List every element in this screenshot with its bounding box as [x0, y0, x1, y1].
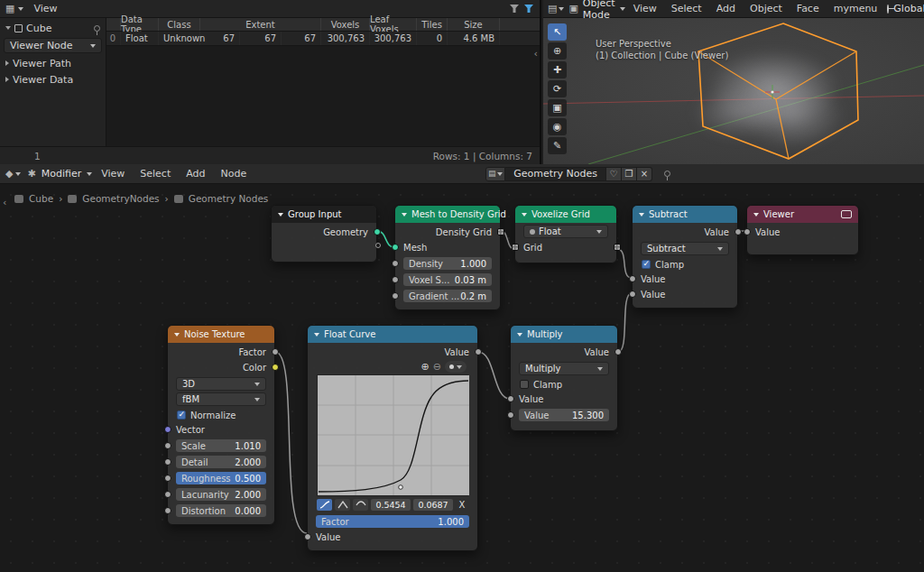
socket-distortion-input[interactable] [164, 507, 171, 514]
tool-select-box[interactable]: ↖ [548, 23, 567, 41]
density-field[interactable]: Density 1.000 [403, 257, 492, 270]
copy-node-group-icon[interactable]: ❐ [622, 167, 637, 181]
node-mesh-to-density-grid[interactable]: Mesh to Density Grid Density Grid Mesh D… [394, 205, 501, 310]
voxel-size-field[interactable]: Voxel S... 0.03 m [403, 273, 492, 286]
col-size[interactable]: Size [448, 18, 500, 31]
chevron-down-icon[interactable] [522, 213, 527, 217]
delete-point-button[interactable]: X [456, 500, 468, 510]
socket-value2-input[interactable] [629, 291, 636, 298]
dimensions-dropdown[interactable]: 3D [176, 377, 266, 391]
socket-value-input[interactable] [304, 533, 311, 540]
node-noise-texture[interactable]: Noise Texture Factor Color 3D fBM Normal… [167, 325, 275, 525]
socket-roughness-input[interactable] [164, 475, 171, 482]
filter-icon[interactable] [509, 4, 520, 14]
node-group-input[interactable]: Group Input Geometry [271, 205, 377, 263]
node-header[interactable]: Voxelize Grid [515, 206, 616, 223]
menu-face[interactable]: Face [790, 3, 826, 14]
node-group-name[interactable]: Geometry Nodes [505, 167, 606, 181]
col-class[interactable]: Class [159, 18, 200, 31]
pin-icon[interactable] [664, 171, 670, 177]
menu-object[interactable]: Object [744, 3, 789, 14]
fake-user-heart-icon[interactable]: ♡ [606, 167, 622, 181]
breadcrumb-tree[interactable]: Geometry Nodes [189, 193, 269, 204]
editor-type-chevron-icon[interactable] [18, 7, 23, 11]
chevron-down-icon[interactable] [87, 172, 92, 176]
menu-view[interactable]: View [627, 3, 663, 14]
editor-type-chevron-icon[interactable] [559, 7, 564, 11]
viewport-editor-icon[interactable]: ▤ [548, 4, 557, 14]
orientation-dropdown[interactable]: Global [891, 3, 924, 14]
browse-node-group-button[interactable]: ▤ [485, 167, 505, 181]
socket-value1-input[interactable] [507, 395, 514, 402]
menu-view[interactable]: View [95, 168, 131, 180]
operation-dropdown[interactable]: Multiply [519, 362, 609, 375]
socket-value-output[interactable] [614, 348, 622, 355]
tool-move[interactable]: ✚ [548, 61, 567, 78]
socket-value2-input[interactable] [507, 411, 514, 419]
socket-mesh-input[interactable] [392, 244, 399, 251]
sidebar-item-viewer-path[interactable]: Viewer Path [0, 55, 106, 71]
node-header[interactable]: Subtract [633, 206, 737, 223]
sidebar-item-viewer-data[interactable]: Viewer Data [0, 71, 106, 88]
tool-cursor[interactable]: ⊕ [548, 42, 567, 60]
menu-select[interactable]: Select [665, 3, 708, 14]
handle-free-icon[interactable] [353, 499, 368, 511]
node-canvas[interactable]: ‹ Cube › GeometryNodes › Geometry Nodes … [0, 184, 924, 572]
node-viewer[interactable]: Viewer Value [746, 205, 859, 255]
noise-type-dropdown[interactable]: fBM [176, 392, 266, 406]
chevron-down-icon[interactable] [278, 213, 283, 217]
point-x-field[interactable]: 0.5454 [371, 499, 411, 511]
clamp-checkbox[interactable] [642, 260, 651, 269]
node-subtract[interactable]: Subtract Value Subtract Clamp Value Valu… [632, 205, 738, 309]
menu-node[interactable]: Node [215, 168, 254, 180]
node-header[interactable]: Viewer [747, 206, 858, 223]
chevron-down-icon[interactable] [5, 26, 11, 30]
socket-vector-input[interactable] [164, 426, 171, 433]
filter-active-icon[interactable] [523, 4, 534, 14]
viewport-3d[interactable]: ▤ ▣ Object Mode View Select Add Object F… [543, 0, 924, 164]
socket-lacunarity-input[interactable] [164, 491, 171, 498]
col-voxels[interactable]: Voxels [321, 18, 370, 31]
menu-view[interactable]: View [27, 3, 63, 14]
socket-factor-output[interactable] [272, 348, 279, 355]
chevron-down-icon[interactable] [753, 213, 759, 217]
node-header[interactable]: Multiply [511, 326, 617, 343]
node-float-curve[interactable]: Float Curve Value ⊕ ⊖ [307, 325, 478, 551]
socket-value-input[interactable] [744, 228, 751, 235]
socket-virtual-output[interactable] [375, 243, 381, 248]
curve-graph[interactable] [317, 374, 468, 496]
curve-options-button[interactable] [445, 361, 467, 373]
pin-icon[interactable] [94, 25, 100, 32]
roughness-field[interactable]: Roughness 0.500 [176, 472, 266, 484]
node-header[interactable]: Float Curve [308, 326, 477, 343]
point-y-field[interactable]: 0.0687 [413, 499, 453, 511]
chevron-down-icon[interactable] [639, 213, 644, 217]
socket-value-output[interactable] [475, 348, 482, 355]
viewport-canvas[interactable]: User Perspective (1) Collection | Cube (… [543, 18, 924, 164]
socket-detail-input[interactable] [164, 458, 171, 466]
socket-value-output[interactable] [735, 228, 742, 235]
detail-field[interactable]: Detail 2.000 [176, 456, 266, 468]
node-multiply[interactable]: Multiply Value Multiply Clamp Value [510, 325, 618, 431]
viewer-node-dropdown[interactable]: Viewer Node [4, 38, 102, 53]
operation-dropdown[interactable]: Subtract [641, 242, 729, 255]
menu-add[interactable]: Add [710, 3, 742, 14]
socket-geometry-output[interactable] [374, 228, 381, 235]
tool-annotate[interactable]: ✎ [548, 137, 567, 154]
node-header[interactable]: Group Input [272, 206, 376, 223]
socket-grid-output[interactable] [497, 228, 504, 235]
menu-mymenu[interactable]: mymenu [827, 3, 884, 14]
normalize-checkbox[interactable] [177, 411, 186, 420]
tool-rotate[interactable]: ⟳ [548, 80, 567, 97]
chevron-down-icon[interactable] [402, 213, 407, 217]
lacunarity-field[interactable]: Lacunarity 2.000 [176, 488, 266, 501]
chevron-down-icon[interactable] [620, 7, 625, 11]
socket-color-output[interactable] [272, 364, 279, 371]
grid-data-type-dropdown[interactable]: Float [523, 225, 608, 238]
chevron-right-icon[interactable] [5, 60, 9, 66]
node-editor-icon[interactable]: ◆ [5, 169, 13, 179]
col-data-type[interactable]: Data Type [121, 18, 159, 31]
breadcrumb-object[interactable]: Cube [29, 193, 53, 204]
handle-vector-icon[interactable] [335, 499, 350, 511]
socket-grid-input[interactable] [512, 244, 519, 251]
